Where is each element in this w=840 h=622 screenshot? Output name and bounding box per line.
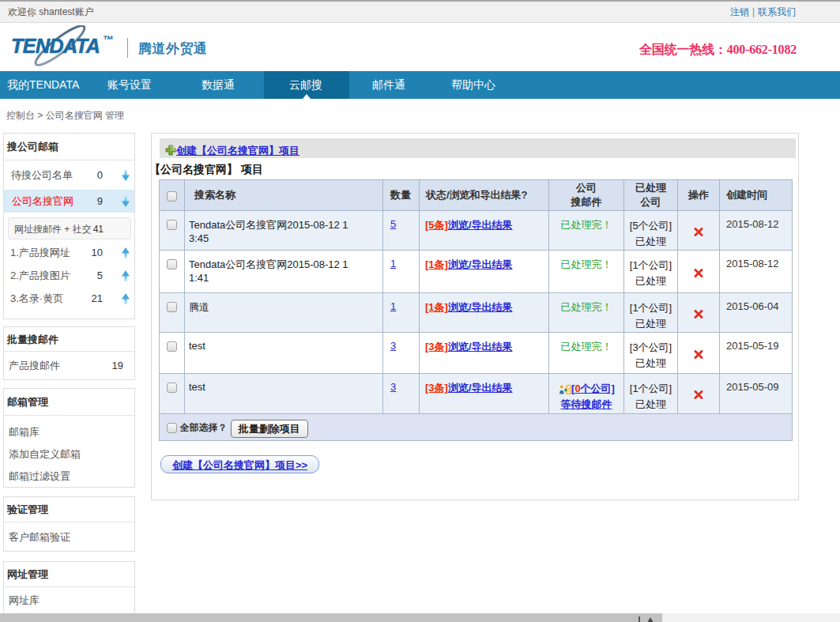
svg-text:™: ™ [103, 33, 114, 46]
svg-text:TENDATA: TENDATA [11, 35, 100, 57]
